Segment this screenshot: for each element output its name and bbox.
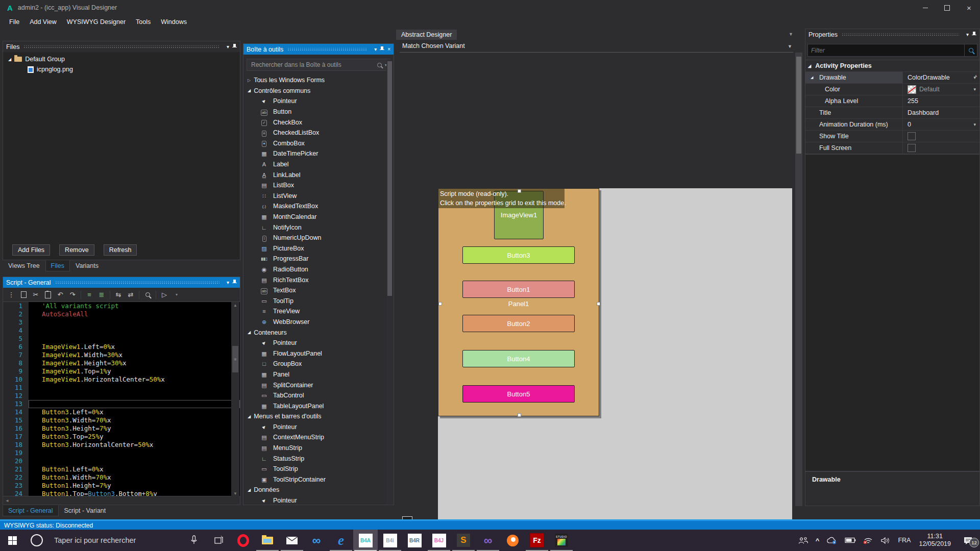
scrollbar-thumb[interactable] (796, 57, 801, 154)
toolbox-item-textbox[interactable]: ab TextBox (243, 285, 394, 296)
tree-file-row[interactable]: icpnglog.png (3, 64, 240, 74)
filter-input[interactable] (808, 47, 964, 54)
toolbox-item-tablelayoutpanel[interactable]: ▦ TableLayoutPanel (243, 400, 394, 411)
properties-header[interactable]: Properties ▾ (805, 29, 979, 40)
toolbox-section-donn-es[interactable]: ◢ Données (243, 485, 394, 495)
expanded-expander-icon[interactable]: ◢ (248, 330, 251, 335)
tab-script-general[interactable]: Script - General (3, 505, 59, 516)
toolbox-item-splitcontainer[interactable]: ▤ SplitContainer (243, 380, 394, 390)
menu-tools[interactable]: Tools (131, 16, 156, 28)
add-files-button[interactable]: Add Files (12, 244, 50, 256)
checkbox-unchecked[interactable] (908, 132, 916, 140)
menu-wysiwyg-designer[interactable]: WYSIWYG Designer (62, 16, 131, 28)
comment-button[interactable]: ≡ (84, 290, 94, 300)
refresh-button[interactable]: Refresh (104, 244, 137, 256)
task-view-button[interactable] (206, 530, 231, 551)
taskbar-app-explorer[interactable] (255, 530, 280, 551)
checkbox-unchecked[interactable] (908, 144, 916, 152)
uncomment-button[interactable]: ≣ (96, 290, 107, 300)
code-line-18[interactable]: 18Button3.HorizontalCenter=50%x (3, 441, 240, 449)
toolbox-section-contr-les-communs[interactable]: ◢ Contrôles communs (243, 86, 394, 96)
code-line-7[interactable]: 7ImageView1.Width=30%x (3, 351, 240, 359)
toolbox-item-richtextbox[interactable]: ▤ RichTextBox (243, 274, 394, 285)
toolbox-item-radiobutton[interactable]: ◉ RadioButton (243, 264, 394, 275)
battery-button[interactable] (841, 530, 860, 551)
expander-icon[interactable]: ◢ (8, 57, 11, 62)
chevron-down-icon[interactable]: ▾ (227, 44, 229, 49)
paste-button[interactable] (43, 290, 53, 300)
property-value[interactable]: Default (919, 86, 940, 93)
toolbox-item-datetimepicker[interactable]: ▦ DateTimePicker (243, 148, 394, 159)
pin-button[interactable] (232, 280, 237, 286)
toolbox-item-panel[interactable]: ▦ Panel (243, 369, 394, 380)
menu-windows[interactable]: Windows (156, 16, 192, 28)
code-line-13[interactable]: 13 (3, 400, 240, 408)
tab-files[interactable]: Files (45, 260, 70, 271)
prop-row-alpha-level[interactable]: Alpha Level 255 (805, 95, 979, 107)
toolbox-item-treeview[interactable]: ≡ TreeView (243, 306, 394, 317)
tab-views-tree[interactable]: Views Tree (3, 260, 45, 271)
designer-vscrollbar[interactable] (795, 53, 802, 506)
prop-row-animation-duration-ms[interactable]: Animation Duration (ms) 0 ▾ (805, 119, 979, 131)
code-line-4[interactable]: 4 (3, 327, 240, 335)
toolbox-scrollbar[interactable] (386, 59, 393, 504)
taskbar-app-edge[interactable]: e (329, 530, 353, 551)
toolbox-section-menus-et-barres-d-outils[interactable]: ◢ Menus et barres d'outils (243, 411, 394, 422)
toolbox-item-progressbar[interactable]: ▮▮▯ ProgressBar (243, 254, 394, 264)
people-button[interactable] (795, 530, 812, 551)
code-line-24[interactable]: 24Button1.Top=Button3.Bottom+8%y (3, 490, 240, 496)
toolbox-item-picturebox[interactable]: ▨ PictureBox (243, 243, 394, 254)
taskbar-app-b4r[interactable]: B4R (402, 530, 427, 551)
code-line-23[interactable]: 23Button1.Height=7%y (3, 482, 240, 490)
code-line-6[interactable]: 6ImageView1.Left=0%x (3, 343, 240, 351)
taskbar-app-opera[interactable] (231, 530, 255, 551)
selection-handle-right[interactable] (597, 302, 600, 306)
toolbox-item-checkbox[interactable]: ✓ CheckBox (243, 117, 394, 128)
canvas-control-button4[interactable]: Button4 (462, 350, 575, 367)
toolbox-section-tous-les-windows-forms[interactable]: ▷ Tous les Windows Forms (243, 75, 394, 86)
expanded-expander-icon[interactable]: ◢ (248, 488, 251, 492)
toolbox-item-toolstrip[interactable]: ▭ ToolStrip (243, 464, 394, 474)
toolbox-item-tooltip[interactable]: ▭ ToolTip (243, 295, 394, 306)
toolbox-item-notifyicon[interactable]: ∟ NotifyIcon (243, 222, 394, 233)
code-line-11[interactable]: 11 (3, 384, 240, 392)
taskbar-app-sublime[interactable]: S (451, 530, 476, 551)
pin-button[interactable] (380, 46, 384, 53)
properties-filter[interactable] (807, 44, 977, 57)
taskbar-search[interactable]: Taper ici pour rechercher (49, 530, 182, 551)
toolbox-search[interactable]: ▾ (247, 59, 390, 71)
onedrive-sync-button[interactable] (823, 530, 841, 551)
toolbox-item-webbrowser[interactable]: ⊕ WebBrowser (243, 317, 394, 328)
shift-right-button[interactable]: ⇄ (126, 290, 136, 300)
toolbox-item-pointeur[interactable]: ► Pointeur (243, 422, 394, 433)
toolbox-header[interactable]: Boîte à outils ▾ × (243, 44, 394, 55)
canvas-control-button3[interactable]: Button3 (462, 246, 575, 264)
taskbar-app-b4a[interactable]: B4A (353, 530, 378, 551)
scroll-up-arrow-icon[interactable]: ▲ (974, 73, 978, 78)
toolbox-item-numericupdown[interactable]: ↕ NumericUpDown (243, 233, 394, 243)
close-button[interactable]: × (958, 0, 980, 15)
tab-variants[interactable]: Variants (70, 260, 104, 271)
clock[interactable]: 11:31 12/05/2019 (914, 530, 955, 551)
prop-row-full-screen[interactable]: Full Screen (805, 142, 979, 154)
toolbox-item-toolstripcontainer[interactable]: ▣ ToolStripContainer (243, 474, 394, 485)
toolbar-overflow-button[interactable]: ▾ (172, 290, 182, 300)
toolbox-item-tabcontrol[interactable]: ▭ TabControl (243, 390, 394, 401)
chevron-down-icon[interactable]: ▾ (227, 280, 229, 285)
property-value[interactable]: 0 (908, 121, 911, 128)
variant-selector[interactable]: Match Chosen Variant ▼ (394, 41, 795, 53)
files-panel-header[interactable]: Files ▾ (3, 41, 240, 52)
code-line-21[interactable]: 21Button1.Left=0%x (3, 465, 240, 473)
chevron-down-icon[interactable]: ▾ (973, 122, 976, 127)
collapsed-expander-icon[interactable]: ▷ (248, 78, 251, 83)
cut-button[interactable]: ✂ (31, 290, 41, 300)
taskbar-app-photostudio[interactable]: STUDIO (549, 530, 574, 551)
start-button[interactable] (0, 530, 24, 551)
action-center-button[interactable]: 12 (955, 530, 980, 551)
code-editor[interactable]: 1'All variants script 2AutoScaleAll 3 4 … (3, 302, 240, 496)
property-value[interactable]: ColorDrawable (908, 74, 950, 81)
run-button[interactable]: ▷ (159, 290, 169, 300)
prop-row-show-title[interactable]: Show Title (805, 131, 979, 142)
tree-group-row[interactable]: ◢ Default Group (3, 54, 240, 64)
toolbox-item-pointeur[interactable]: ► Pointeur (243, 495, 394, 505)
